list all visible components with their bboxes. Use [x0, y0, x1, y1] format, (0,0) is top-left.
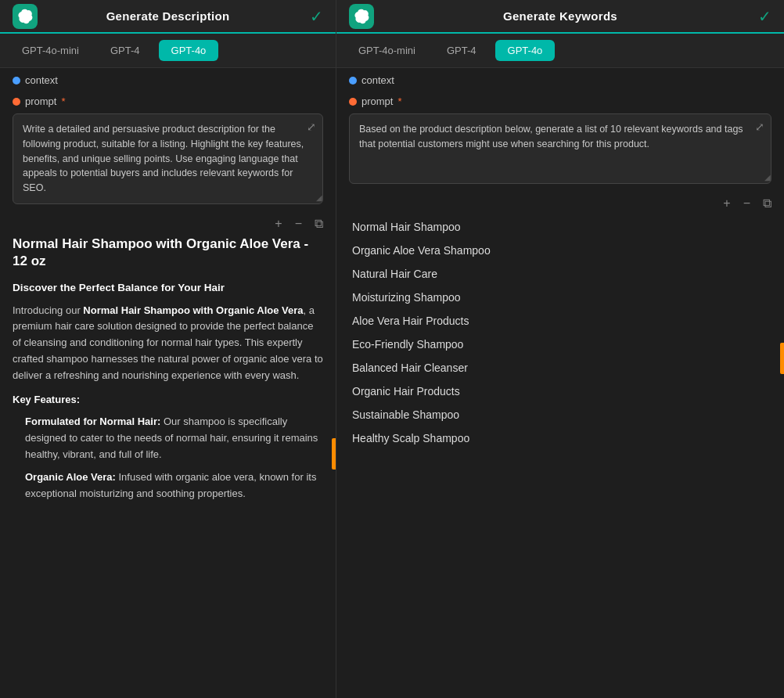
- output-feature1: Formulated for Normal Hair: Our shampoo …: [25, 414, 323, 462]
- right-tab-gpt4omini[interactable]: GPT-4o-mini: [346, 40, 428, 61]
- left-tabs: GPT-4o-mini GPT-4 GPT-4o: [0, 34, 336, 68]
- left-panel: Generate Description ✓ GPT-4o-mini GPT-4…: [0, 0, 336, 698]
- right-context-section: context: [336, 68, 784, 89]
- left-prompt-area[interactable]: ⤢ Write a detailed and persuasive produc…: [13, 113, 323, 204]
- left-prompt-label: prompt: [25, 95, 56, 107]
- right-tabs: GPT-4o-mini GPT-4 GPT-4o: [336, 34, 784, 68]
- keyword-item: Aloe Vera Hair Products: [352, 309, 768, 333]
- right-header: Generate Keywords ✓: [336, 0, 784, 34]
- openai-icon-left: [17, 9, 33, 24]
- right-tab-gpt4[interactable]: GPT-4: [434, 40, 489, 61]
- right-prompt-asterisk: *: [397, 95, 401, 107]
- right-context-label: context: [361, 74, 394, 86]
- keyword-item: Balanced Hair Cleanser: [352, 356, 768, 380]
- right-plus-button[interactable]: +: [720, 195, 733, 212]
- left-output-content: Normal Hair Shampoo with Organic Aloe Ve…: [0, 210, 336, 698]
- left-prompt-section: prompt *: [0, 89, 336, 110]
- output-feature2: Organic Aloe Vera: Infused with organic …: [25, 470, 323, 502]
- keyword-item: Healthy Scalp Shampoo: [352, 426, 768, 450]
- right-prompt-text: Based on the product description below, …: [359, 124, 743, 149]
- output-features-title: Key Features:: [13, 392, 323, 408]
- right-tab-gpt4o[interactable]: GPT-4o: [495, 40, 556, 61]
- left-expand-icon[interactable]: ⤢: [307, 119, 316, 135]
- right-resize-handle[interactable]: ◢: [764, 171, 771, 183]
- right-prompt-dot: [349, 98, 357, 106]
- keyword-item: Eco-Friendly Shampoo: [352, 333, 768, 356]
- left-context-section: context: [0, 68, 336, 89]
- left-context-dot: [13, 77, 20, 85]
- left-panel-title: Generate Description: [106, 9, 230, 23]
- output-title: Normal Hair Shampoo with Organic Aloe Ve…: [13, 236, 323, 270]
- left-header: Generate Description ✓: [0, 0, 336, 34]
- left-tab-gpt4[interactable]: GPT-4: [98, 40, 153, 61]
- right-prompt-area[interactable]: ⤢ Based on the product description below…: [349, 113, 771, 184]
- keywords-list: Normal Hair ShampooOrganic Aloe Vera Sha…: [336, 190, 784, 462]
- left-accent-bar: [332, 438, 336, 470]
- left-output-section: + − ⧉ Normal Hair Shampoo with Organic A…: [0, 210, 336, 698]
- right-panel: Generate Keywords ✓ GPT-4o-mini GPT-4 GP…: [336, 0, 784, 698]
- keyword-item: Moisturizing Shampoo: [352, 286, 768, 309]
- right-check-icon: ✓: [758, 7, 771, 26]
- keyword-item: Organic Hair Products: [352, 380, 768, 403]
- left-tab-gpt4o[interactable]: GPT-4o: [159, 40, 219, 61]
- keyword-item: Sustainable Shampoo: [352, 403, 768, 426]
- left-plus-button[interactable]: +: [272, 215, 285, 232]
- keyword-item: Natural Hair Care: [352, 262, 768, 286]
- left-prompt-text: Write a detailed and persuasive product …: [23, 124, 304, 193]
- right-minus-button[interactable]: −: [740, 195, 753, 212]
- output-intro: Introducing our Normal Hair Shampoo with…: [13, 303, 323, 384]
- right-output-section: + − ⧉ Normal Hair ShampooOrganic Aloe Ve…: [336, 190, 784, 698]
- keyword-item: Organic Aloe Vera Shampoo: [352, 239, 768, 262]
- right-panel-title: Generate Keywords: [503, 9, 617, 23]
- left-context-label: context: [25, 74, 58, 86]
- right-output-toolbar: + − ⧉: [710, 190, 784, 217]
- right-copy-button[interactable]: ⧉: [760, 195, 775, 212]
- left-logo: [13, 4, 38, 29]
- left-check-icon: ✓: [310, 7, 323, 26]
- left-tab-gpt4omini[interactable]: GPT-4o-mini: [9, 40, 92, 61]
- left-minus-button[interactable]: −: [292, 215, 305, 232]
- right-prompt-section: prompt *: [336, 89, 784, 110]
- right-expand-icon[interactable]: ⤢: [755, 119, 764, 135]
- output-subtitle: Discover the Perfect Balance for Your Ha…: [13, 279, 323, 297]
- left-prompt-asterisk: *: [61, 95, 65, 107]
- left-output-toolbar: + − ⧉: [262, 210, 336, 237]
- keyword-item: Normal Hair Shampoo: [352, 215, 768, 239]
- left-resize-handle[interactable]: ◢: [316, 192, 322, 203]
- right-logo: [349, 4, 374, 29]
- openai-icon-right: [354, 9, 369, 24]
- left-copy-button[interactable]: ⧉: [311, 215, 326, 232]
- right-context-dot: [349, 77, 357, 85]
- right-accent-bar: [780, 343, 784, 374]
- right-prompt-label: prompt: [361, 95, 393, 107]
- left-prompt-dot: [13, 98, 20, 106]
